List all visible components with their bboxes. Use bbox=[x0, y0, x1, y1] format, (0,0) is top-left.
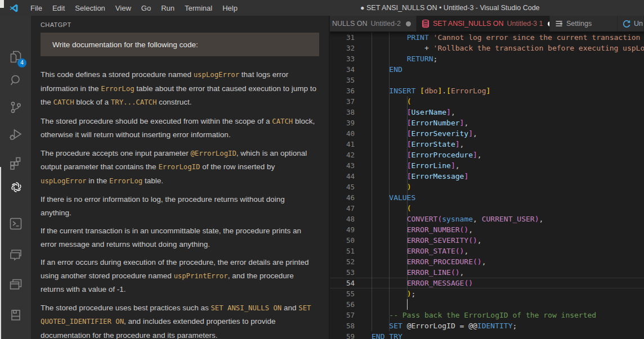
menu-item-view[interactable]: View bbox=[110, 2, 136, 15]
modified-dot[interactable] bbox=[406, 21, 411, 26]
code-line-45[interactable]: 45 ) bbox=[330, 182, 644, 192]
code-text: CONVERT(sysname, CURRENT_USER), bbox=[372, 214, 543, 224]
code-text: END bbox=[372, 64, 402, 75]
tab-label: Un bbox=[634, 20, 643, 28]
code-text: END TRY bbox=[372, 331, 402, 339]
code-line-36[interactable]: 36 INSERT [dbo].[ErrorLog] bbox=[330, 85, 644, 96]
response-paragraph: The procedure accepts one input paramete… bbox=[41, 147, 316, 188]
activity-chatgpt-icon[interactable] bbox=[0, 174, 31, 200]
menu-item-help[interactable]: Help bbox=[217, 2, 243, 15]
line-number: 40 bbox=[330, 128, 355, 139]
code-line-48[interactable]: 48 CONVERT(sysname, CURRENT_USER), bbox=[330, 214, 644, 224]
code-line-33[interactable]: 33 RETURN; bbox=[330, 53, 644, 64]
menu-item-terminal[interactable]: Terminal bbox=[180, 2, 217, 15]
activity-search-icon[interactable] bbox=[0, 67, 31, 93]
code-line-47[interactable]: 47 ( bbox=[330, 203, 644, 214]
code-line-46[interactable]: 46 VALUES bbox=[330, 192, 644, 203]
line-number: 32 bbox=[330, 43, 355, 53]
activity-explorer-icon[interactable]: 4 bbox=[0, 44, 31, 70]
menu-item-selection[interactable]: Selection bbox=[70, 2, 110, 15]
line-number: 42 bbox=[330, 150, 355, 160]
tab-untitled-2[interactable]: NULLS ONUntitled-2 bbox=[330, 16, 417, 31]
code-line-50[interactable]: 50 ERROR_SEVERITY(), bbox=[330, 235, 644, 246]
inline-code: SET ANSI_NULLS ON bbox=[211, 304, 281, 312]
code-line-56[interactable]: 56 bbox=[330, 299, 644, 310]
response-paragraph: If there is no error information to log,… bbox=[41, 193, 316, 219]
code-line-53[interactable]: 53 ERROR_LINE(), bbox=[330, 267, 644, 278]
code-editor[interactable]: 31 PRINT 'Cannot log error since the cur… bbox=[330, 31, 644, 339]
code-text: ( bbox=[372, 203, 411, 214]
inline-code: ErrorLogID bbox=[158, 163, 200, 171]
settings-editor-icon bbox=[554, 19, 564, 28]
code-line-34[interactable]: 34 END bbox=[330, 64, 644, 75]
code-line-42[interactable]: 42 [ErrorProcedure], bbox=[330, 150, 644, 160]
menu-item-edit[interactable]: Edit bbox=[47, 2, 70, 15]
code-line-43[interactable]: 43 [ErrorLine], bbox=[330, 160, 644, 171]
inline-code: uspLogError bbox=[41, 177, 86, 185]
menu-item-go[interactable]: Go bbox=[136, 2, 156, 15]
tab-bar: NULLS ONUntitled-2SET ANSI_NULLS ONUntit… bbox=[330, 16, 644, 31]
inline-code: ErrorLog bbox=[109, 177, 142, 185]
activity-terminal-icon[interactable] bbox=[0, 211, 31, 237]
line-number: 55 bbox=[330, 288, 355, 299]
line-number: 45 bbox=[330, 182, 355, 192]
explorer-badge: 4 bbox=[17, 58, 26, 67]
code-text: ) bbox=[372, 182, 411, 192]
response-paragraph: The stored procedure should be executed … bbox=[41, 115, 316, 142]
activity-extensions-icon[interactable] bbox=[0, 150, 31, 176]
code-line-39[interactable]: 39 [ErrorNumber], bbox=[330, 117, 644, 128]
activity-run-and-debug-icon[interactable] bbox=[0, 122, 31, 148]
code-text: ERROR_PROCEDURE(), bbox=[372, 256, 486, 267]
line-number: 48 bbox=[330, 214, 355, 224]
code-line-57[interactable]: 57 -- Pass back the ErrorLogID of the ro… bbox=[330, 310, 644, 320]
line-number: 36 bbox=[330, 85, 355, 96]
activity-source-control-icon[interactable] bbox=[0, 94, 31, 120]
code-text: ERROR_LINE(), bbox=[372, 267, 464, 278]
code-line-58[interactable]: 58 SET @ErrorLogID = @@IDENTITY; bbox=[330, 320, 644, 331]
prompt-text: Write documentation for the following co… bbox=[52, 40, 198, 49]
line-number: 51 bbox=[330, 246, 355, 256]
code-text: VALUES bbox=[372, 192, 415, 203]
tab-settings[interactable]: Settings bbox=[550, 16, 618, 31]
line-number: 47 bbox=[330, 203, 355, 214]
code-line-54[interactable]: 54 ERROR_MESSAGE() bbox=[330, 278, 644, 288]
response-paragraph: The stored procedure uses best practices… bbox=[41, 301, 316, 339]
code-line-49[interactable]: 49 ERROR_NUMBER(), bbox=[330, 224, 644, 235]
code-line-41[interactable]: 41 [ErrorState], bbox=[330, 139, 644, 150]
vscode-window: FileEditSelectionViewGoRunTerminalHelp ●… bbox=[0, 0, 644, 339]
tab-untitled-cut[interactable]: Un bbox=[618, 16, 644, 31]
inline-code: ErrorLog bbox=[101, 85, 134, 93]
line-number: 52 bbox=[330, 256, 355, 267]
inline-code: uspPrintError bbox=[173, 272, 227, 280]
code-line-31[interactable]: 31 PRINT 'Cannot log error since the cur… bbox=[330, 32, 644, 43]
code-line-52[interactable]: 52 ERROR_PROCEDURE(), bbox=[330, 256, 644, 267]
tab-label: SET ANSI_NULLS ON bbox=[433, 20, 504, 28]
window-title: ● SET ANSI_NULLS ON • Untitled-3 - Visua… bbox=[360, 0, 540, 16]
code-line-37[interactable]: 37 ( bbox=[330, 96, 644, 107]
line-number: 49 bbox=[330, 224, 355, 235]
code-line-38[interactable]: 38 [UserName], bbox=[330, 107, 644, 117]
code-text: ); bbox=[372, 288, 415, 299]
line-number: 56 bbox=[330, 299, 355, 310]
line-number: 33 bbox=[330, 53, 355, 64]
menu-item-file[interactable]: File bbox=[25, 2, 47, 15]
code-line-59[interactable]: 59END TRY bbox=[330, 331, 644, 339]
code-line-32[interactable]: 32 + 'Rollback the transaction before ex… bbox=[330, 43, 644, 53]
code-text: ERROR_STATE(), bbox=[372, 246, 468, 256]
activity-containers-icon[interactable] bbox=[0, 302, 31, 328]
code-line-44[interactable]: 44 [ErrorMessage] bbox=[330, 171, 644, 182]
code-line-51[interactable]: 51 ERROR_STATE(), bbox=[330, 246, 644, 256]
activity-comments-icon[interactable] bbox=[0, 242, 31, 268]
inline-code: CATCH bbox=[272, 117, 293, 125]
response-paragraph: If the current transaction is in an unco… bbox=[41, 224, 316, 251]
tab-untitled-3[interactable]: SET ANSI_NULLS ONUntitled-3 1 bbox=[417, 16, 550, 31]
activity-editor-layouts-icon[interactable] bbox=[0, 272, 31, 297]
code-line-35[interactable]: 35 bbox=[330, 75, 644, 85]
menu-item-run[interactable]: Run bbox=[156, 2, 180, 15]
code-text: [ErrorProcedure], bbox=[372, 150, 482, 160]
code-text: [ErrorSeverity], bbox=[372, 128, 477, 139]
code-line-40[interactable]: 40 [ErrorSeverity], bbox=[330, 128, 644, 139]
code-line-55[interactable]: 55 ); bbox=[330, 288, 644, 299]
code-text: INSERT [dbo].[ErrorLog] bbox=[372, 85, 490, 96]
line-number: 37 bbox=[330, 96, 355, 107]
